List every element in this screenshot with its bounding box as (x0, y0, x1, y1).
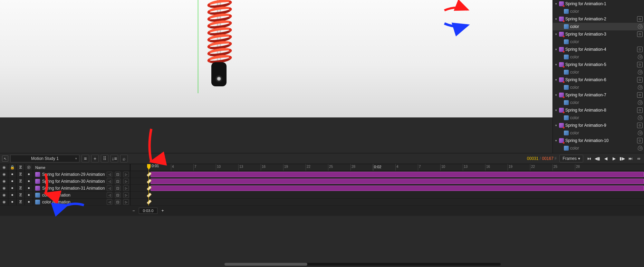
motion-study-selector[interactable]: Motion Study 1 ▾ (10, 155, 79, 162)
track-visibility-toggle[interactable]: ◉ (0, 171, 8, 178)
tree-item-child[interactable]: color (553, 38, 644, 46)
focus-icon[interactable] (637, 138, 643, 143)
track-row[interactable]: ◉ƵSpring for Animation-30 Animation◁⚿▷ (0, 178, 130, 185)
playhead-line[interactable] (148, 171, 149, 206)
tree-item-parent[interactable]: ▾Spring for Animation-7 (553, 91, 644, 99)
tree-item-parent[interactable]: ▾Spring for Animation-3 (553, 30, 644, 38)
track-lock-toggle[interactable] (8, 171, 17, 178)
focus-icon[interactable] (637, 107, 643, 113)
track-solo-toggle[interactable]: Ƶ (17, 199, 25, 205)
tree-item-child[interactable]: color (553, 129, 644, 137)
disclosure-triangle-icon[interactable]: ▾ (554, 108, 558, 112)
focus-icon[interactable] (637, 31, 643, 37)
track-visibility-toggle[interactable]: ◉ (0, 192, 8, 198)
scrollbar-thumb[interactable] (224, 263, 307, 266)
track-graph-toggle[interactable] (25, 171, 33, 178)
track-solo-toggle[interactable]: Ƶ (17, 178, 25, 184)
zoom-out-button[interactable]: − (131, 208, 137, 214)
prev-keyframe-button[interactable]: ◀▮ (594, 155, 600, 162)
eye-icon[interactable] (638, 100, 643, 105)
timeline-track-lane[interactable] (131, 185, 644, 192)
tree-item-child[interactable]: color (553, 53, 644, 61)
eye-icon[interactable] (638, 55, 643, 59)
next-key-button[interactable]: ▷ (123, 179, 129, 184)
focus-icon[interactable] (637, 77, 643, 83)
skip-last-button[interactable]: ⏭ (627, 155, 634, 162)
add-key-button[interactable]: ⚿ (115, 179, 121, 184)
disclosure-triangle-icon[interactable]: ▾ (554, 124, 558, 127)
tree-item-parent[interactable]: ▾Spring for Animation-5 (553, 61, 644, 68)
track-graph-toggle[interactable] (25, 199, 33, 205)
playhead[interactable]: 0:01 (148, 164, 149, 171)
prev-key-button[interactable]: ◁ (107, 172, 112, 177)
animation-clip[interactable] (151, 172, 644, 177)
tree-item-child[interactable]: color (553, 144, 644, 152)
search-button[interactable]: ⌕ (120, 155, 128, 162)
timeline-track-lane[interactable] (131, 192, 644, 199)
disclosure-triangle-icon[interactable]: ▾ (554, 93, 558, 97)
prev-key-button[interactable]: ◁ (107, 199, 112, 205)
time-units-dropdown[interactable]: Frames ▾ (559, 155, 583, 162)
track-lock-toggle[interactable] (8, 199, 17, 205)
grid-snap-button[interactable]: ⠿ (101, 155, 108, 162)
focus-icon[interactable] (637, 92, 643, 98)
time-input[interactable] (139, 208, 157, 214)
collapse-tool-icon[interactable]: ↖ (2, 155, 8, 162)
track-row[interactable]: ◉ƵSpring for Animation-31 Animation◁⚿▷ (0, 185, 130, 192)
viewport-3d[interactable] (0, 0, 552, 153)
eye-icon[interactable] (638, 146, 643, 151)
tree-item-parent[interactable]: ▾Spring for Animation-8 (553, 106, 644, 114)
disclosure-triangle-icon[interactable]: ▾ (554, 48, 558, 51)
track-visibility-toggle[interactable]: ◉ (0, 178, 8, 184)
focus-icon[interactable] (637, 123, 643, 128)
keyframe-icon[interactable] (146, 199, 152, 205)
focus-icon[interactable] (637, 16, 643, 22)
tree-item-parent[interactable]: ▾Spring for Animation-4 (553, 46, 644, 53)
lock-column-icon[interactable]: 🔒 (8, 164, 17, 171)
next-key-button[interactable]: ▷ (123, 199, 129, 205)
track-row[interactable]: ◉Ƶcolor Animation◁⚿▷ (0, 192, 130, 199)
disclosure-triangle-icon[interactable]: ▾ (554, 32, 558, 36)
eye-icon[interactable] (638, 70, 643, 75)
prev-key-button[interactable]: ◁ (107, 185, 112, 191)
disclosure-triangle-icon[interactable]: ▾ (554, 17, 558, 21)
add-key-button[interactable]: ⚿ (115, 192, 121, 198)
track-visibility-toggle[interactable]: ◉ (0, 199, 8, 205)
focus-icon[interactable] (637, 47, 643, 52)
skip-first-button[interactable]: ⏮ (586, 155, 592, 162)
track-row[interactable]: ◉Ƶcolor Animation◁⚿▷ (0, 199, 130, 206)
timeline-track-lane[interactable] (131, 171, 644, 178)
timeline-track-lane[interactable] (131, 199, 644, 206)
tree-item-child[interactable]: color (553, 68, 644, 76)
tree-item-child[interactable]: color (553, 114, 644, 122)
tree-item-child[interactable]: color (553, 8, 644, 15)
visibility-column-icon[interactable]: ◉ (0, 164, 8, 171)
eye-icon[interactable] (638, 85, 643, 90)
loop-button[interactable]: ∞ (636, 155, 642, 162)
track-solo-toggle[interactable]: Ƶ (17, 171, 25, 178)
track-graph-toggle[interactable] (25, 185, 33, 191)
track-lock-toggle[interactable] (8, 178, 17, 184)
add-key-button[interactable]: ⚿ (115, 199, 121, 205)
playhead-handle-icon[interactable] (147, 164, 151, 170)
next-key-button[interactable]: ▷ (123, 185, 129, 191)
focus-icon[interactable] (637, 62, 643, 67)
track-graph-toggle[interactable] (25, 178, 33, 184)
disclosure-triangle-icon[interactable]: ▾ (554, 2, 558, 6)
add-key-button[interactable]: ⚿ (115, 172, 121, 177)
tree-item-child[interactable]: color (553, 23, 644, 30)
track-row[interactable]: ◉ƵSpring for Animation-29 Animation◁⚿▷ (0, 171, 130, 178)
next-key-button[interactable]: ▷ (123, 192, 129, 198)
tree-item-child[interactable]: color (553, 84, 644, 91)
track-lock-toggle[interactable] (8, 185, 17, 191)
track-solo-toggle[interactable]: Ƶ (17, 192, 25, 198)
list-view-button[interactable]: ≡ (81, 155, 89, 162)
track-graph-toggle[interactable] (25, 192, 33, 198)
tree-item-parent[interactable]: ▾Spring for Animation-6 (553, 76, 644, 84)
tree-item-parent[interactable]: ▾Spring for Animation-2 (553, 15, 644, 23)
step-back-button[interactable]: ◀ (603, 155, 609, 162)
eye-icon[interactable] (638, 115, 643, 120)
sort-button[interactable]: ↓≡ (110, 155, 118, 162)
eye-icon[interactable] (638, 131, 643, 135)
track-solo-toggle[interactable]: Ƶ (17, 185, 25, 191)
